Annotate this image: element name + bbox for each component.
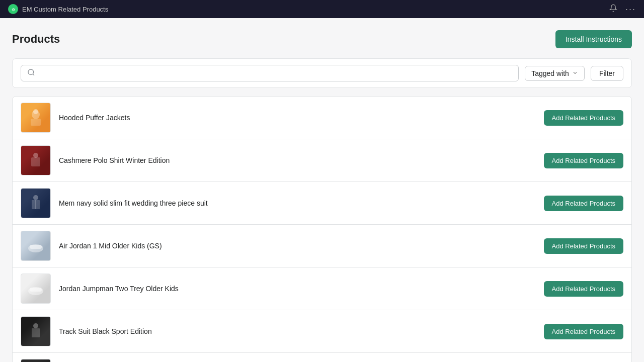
svg-point-7: [33, 153, 38, 158]
svg-point-6: [33, 109, 38, 114]
product-row: Jordan Jumpman Two Trey Older Kids Add R…: [13, 267, 631, 310]
more-icon[interactable]: ···: [625, 4, 636, 15]
chevron-down-icon: [572, 69, 578, 77]
product-row: Cashmere Polo Shirt Winter Edition Add R…: [13, 139, 631, 182]
svg-line-3: [33, 74, 34, 75]
page-title: Products: [12, 33, 60, 46]
product-thumbnail: [21, 145, 51, 175]
svg-rect-8: [31, 157, 40, 166]
topbar-left: ⚙ EM Custom Related Products: [8, 4, 108, 14]
product-thumbnail: [21, 359, 51, 362]
svg-rect-13: [30, 245, 42, 249]
svg-rect-5: [31, 119, 41, 126]
app-icon: ⚙: [8, 4, 18, 14]
install-instructions-button[interactable]: Install Instructions: [555, 30, 632, 48]
add-related-products-button[interactable]: Add Related Products: [544, 196, 623, 211]
product-name: Jordan Jumpman Two Trey Older Kids: [59, 285, 536, 293]
product-thumbnail: [21, 103, 51, 133]
product-name: Cashmere Polo Shirt Winter Edition: [59, 156, 536, 164]
product-thumbnail: [21, 188, 51, 218]
product-name: Hooded Puffer Jackets: [59, 114, 536, 122]
add-related-products-button[interactable]: Add Related Products: [544, 110, 623, 126]
product-row: Hooded Puffer Jackets Add Related Produc…: [13, 97, 631, 139]
app-name: EM Custom Related Products: [22, 6, 108, 13]
tagged-with-button[interactable]: Tagged with: [525, 66, 585, 81]
product-row: Air Jordan 1 Mid Older Kids (GS) Add Rel…: [13, 225, 631, 267]
product-name: Track Suit Black Sport Edition: [59, 327, 536, 335]
svg-point-16: [33, 323, 38, 328]
product-row: Track Suit Black Sport Edition Add Relat…: [13, 310, 631, 353]
svg-rect-17: [32, 328, 40, 337]
svg-point-9: [33, 195, 38, 200]
svg-rect-15: [30, 288, 42, 292]
product-thumbnail: [21, 274, 51, 304]
search-input[interactable]: [39, 69, 512, 77]
product-row: Mem navy solid slim fit wedding three pi…: [13, 182, 631, 225]
svg-point-2: [28, 69, 34, 75]
add-related-products-button[interactable]: Add Related Products: [544, 153, 623, 168]
page-header: Products Install Instructions: [12, 30, 632, 48]
product-name: Mem navy solid slim fit wedding three pi…: [59, 199, 536, 207]
product-row: Black Silk Tuxedo Add Related Products: [13, 353, 631, 362]
add-related-products-button[interactable]: Add Related Products: [544, 281, 623, 297]
topbar: ⚙ EM Custom Related Products ···: [0, 0, 644, 18]
svg-text:⚙: ⚙: [12, 8, 15, 12]
topbar-right: ···: [609, 4, 636, 15]
product-thumbnail: [21, 231, 51, 261]
search-wrapper: [21, 65, 519, 81]
add-related-products-button[interactable]: Add Related Products: [544, 324, 623, 339]
main-content: Products Install Instructions Tagged wit…: [0, 18, 644, 362]
filter-button[interactable]: Filter: [591, 66, 623, 81]
product-name: Air Jordan 1 Mid Older Kids (GS): [59, 242, 536, 250]
product-thumbnail: [21, 316, 51, 346]
bell-icon[interactable]: [609, 4, 617, 14]
add-related-products-button[interactable]: Add Related Products: [544, 238, 623, 254]
products-list: Hooded Puffer Jackets Add Related Produc…: [12, 96, 632, 362]
search-bar-container: Tagged with Filter: [12, 58, 632, 88]
search-icon: [27, 68, 35, 78]
